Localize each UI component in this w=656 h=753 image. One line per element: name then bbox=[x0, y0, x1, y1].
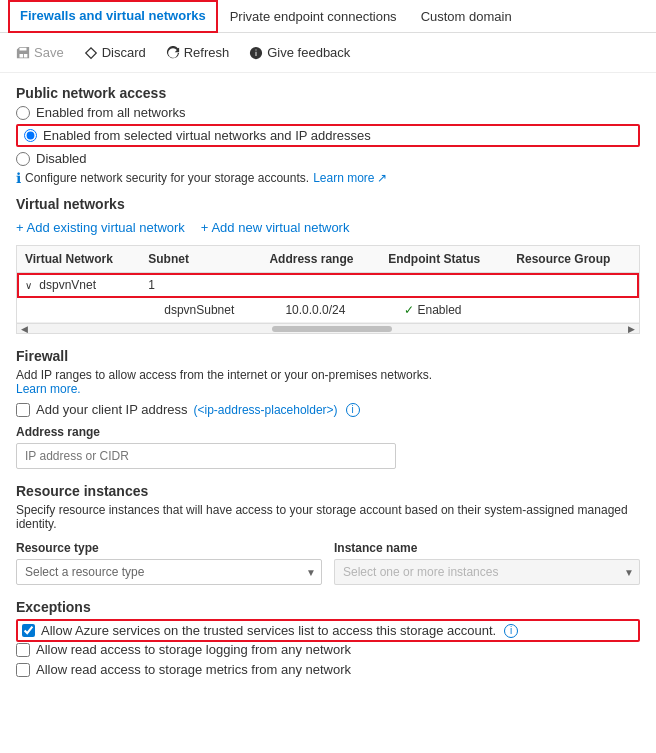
instance-name-select[interactable]: Select one or more instances bbox=[334, 559, 640, 585]
scroll-thumb[interactable] bbox=[272, 326, 392, 332]
scroll-left-arrow[interactable]: ◀ bbox=[21, 324, 28, 334]
exception-logging-checkbox[interactable] bbox=[16, 643, 30, 657]
firewall-desc: Add IP ranges to allow access from the i… bbox=[16, 368, 640, 396]
info-icon: ℹ bbox=[16, 170, 21, 186]
exceptions-title: Exceptions bbox=[16, 599, 640, 615]
cell-subnet-child: dspvnSubnet bbox=[140, 298, 261, 323]
tab-firewalls[interactable]: Firewalls and virtual networks bbox=[8, 0, 218, 33]
instance-name-label: Instance name bbox=[334, 541, 640, 555]
exception-item-logging: Allow read access to storage logging fro… bbox=[16, 642, 640, 657]
resource-fields: Resource type Select a resource type ▼ I… bbox=[16, 541, 640, 585]
exception-trusted-checkbox[interactable] bbox=[22, 624, 35, 637]
vnet-table-wrapper: Virtual Network Subnet Address range End… bbox=[16, 245, 640, 334]
cell-vnet-child bbox=[17, 298, 140, 323]
radio-enabled-all[interactable]: Enabled from all networks bbox=[16, 105, 640, 120]
cell-subnet-parent: 1 bbox=[140, 273, 261, 298]
exceptions-section: Exceptions Allow Azure services on the t… bbox=[16, 599, 640, 677]
content-area: Public network access Enabled from all n… bbox=[0, 73, 656, 694]
radio-enabled-selected-input[interactable] bbox=[24, 129, 37, 142]
table-row: ∨ dspvnVnet 1 bbox=[17, 273, 639, 298]
cell-rg-parent bbox=[508, 273, 639, 298]
firewall-section: Firewall Add IP ranges to allow access f… bbox=[16, 348, 640, 469]
resource-type-select[interactable]: Select a resource type bbox=[16, 559, 322, 585]
plus-icon-existing: + bbox=[16, 220, 24, 235]
public-network-options: Enabled from all networks Enabled from s… bbox=[16, 105, 640, 166]
refresh-button[interactable]: Refresh bbox=[158, 41, 238, 64]
cell-address-parent bbox=[261, 273, 380, 298]
check-icon: ✓ bbox=[404, 303, 414, 317]
address-range-field: Address range bbox=[16, 425, 640, 469]
learn-more-link[interactable]: Learn more ↗ bbox=[313, 171, 386, 185]
plus-icon-new: + bbox=[201, 220, 209, 235]
exception-item-metrics: Allow read access to storage metrics fro… bbox=[16, 662, 640, 677]
cell-vnet-parent: ∨ dspvnVnet bbox=[17, 273, 140, 298]
exception-metrics-checkbox[interactable] bbox=[16, 663, 30, 677]
instance-name-select-wrapper: Select one or more instances ▼ bbox=[334, 559, 640, 585]
vnet-table: Virtual Network Subnet Address range End… bbox=[17, 246, 639, 323]
address-range-label: Address range bbox=[16, 425, 640, 439]
external-link-icon: ↗ bbox=[377, 171, 387, 185]
virtual-networks-section: Virtual networks + Add existing virtual … bbox=[16, 196, 640, 334]
resource-type-field: Resource type Select a resource type ▼ bbox=[16, 541, 322, 585]
toolbar: Save Discard Refresh Give feedback bbox=[0, 33, 656, 73]
resource-instances-title: Resource instances bbox=[16, 483, 640, 499]
radio-enabled-all-input[interactable] bbox=[16, 106, 30, 120]
chevron-expand-icon[interactable]: ∨ bbox=[25, 280, 32, 291]
cell-status-parent bbox=[380, 273, 508, 298]
add-existing-vnet-link[interactable]: + Add existing virtual network bbox=[16, 220, 185, 235]
col-vnet: Virtual Network bbox=[17, 246, 140, 273]
save-button[interactable]: Save bbox=[8, 41, 72, 64]
client-ip-checkbox[interactable] bbox=[16, 403, 30, 417]
refresh-icon bbox=[166, 46, 180, 60]
resource-instances-desc: Specify resource instances that will hav… bbox=[16, 503, 640, 531]
give-feedback-button[interactable]: Give feedback bbox=[241, 41, 358, 64]
feedback-icon bbox=[249, 46, 263, 60]
firewall-title: Firewall bbox=[16, 348, 640, 364]
radio-disabled-input[interactable] bbox=[16, 152, 30, 166]
public-network-section: Public network access Enabled from all n… bbox=[16, 85, 640, 186]
cell-rg-child bbox=[508, 298, 639, 323]
col-rg: Resource Group bbox=[508, 246, 639, 273]
scroll-right-arrow[interactable]: ▶ bbox=[628, 324, 635, 334]
client-ip-checkbox-row: Add your client IP address (<ip-address-… bbox=[16, 402, 640, 417]
save-icon bbox=[16, 46, 30, 60]
cell-address-child: 10.0.0.0/24 bbox=[261, 298, 380, 323]
public-network-title: Public network access bbox=[16, 85, 640, 101]
instance-name-field: Instance name Select one or more instanc… bbox=[334, 541, 640, 585]
exception-item-trusted: Allow Azure services on the trusted serv… bbox=[16, 619, 640, 642]
virtual-networks-title: Virtual networks bbox=[16, 196, 640, 212]
tab-private-endpoints[interactable]: Private endpoint connections bbox=[218, 1, 409, 32]
col-subnet: Subnet bbox=[140, 246, 261, 273]
discard-button[interactable]: Discard bbox=[76, 41, 154, 64]
resource-type-label: Resource type bbox=[16, 541, 322, 555]
firewall-learn-more-link[interactable]: Learn more. bbox=[16, 382, 640, 396]
discard-icon bbox=[84, 46, 98, 60]
table-row: dspvnSubnet 10.0.0.0/24 ✓ Enabled bbox=[17, 298, 639, 323]
firewall-info-tip[interactable]: i bbox=[346, 403, 360, 417]
horizontal-scrollbar[interactable]: ◀ ▶ bbox=[17, 323, 639, 333]
exception-info-tip[interactable]: i bbox=[504, 624, 518, 638]
ip-placeholder-text: (<ip-address-placeholder>) bbox=[194, 403, 338, 417]
tabs-bar: Firewalls and virtual networks Private e… bbox=[0, 0, 656, 33]
address-range-input[interactable] bbox=[16, 443, 396, 469]
info-row: ℹ Configure network security for your st… bbox=[16, 170, 640, 186]
tab-custom-domain[interactable]: Custom domain bbox=[409, 1, 524, 32]
add-links: + Add existing virtual network + Add new… bbox=[16, 220, 640, 235]
resource-type-select-wrapper: Select a resource type ▼ bbox=[16, 559, 322, 585]
resource-instances-section: Resource instances Specify resource inst… bbox=[16, 483, 640, 585]
cell-status-child: ✓ Enabled bbox=[380, 298, 508, 323]
col-address: Address range bbox=[261, 246, 380, 273]
radio-selected-vnet: Enabled from selected virtual networks a… bbox=[16, 124, 640, 147]
add-new-vnet-link[interactable]: + Add new virtual network bbox=[201, 220, 350, 235]
radio-disabled[interactable]: Disabled bbox=[16, 151, 640, 166]
col-status: Endpoint Status bbox=[380, 246, 508, 273]
